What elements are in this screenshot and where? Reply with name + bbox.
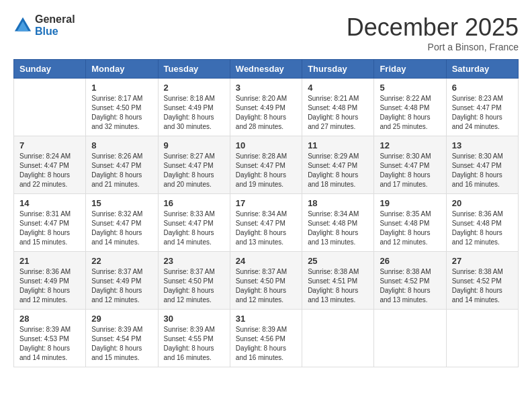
calendar-cell: 8Sunrise: 8:26 AMSunset: 4:47 PMDaylight… — [86, 136, 158, 194]
day-number: 11 — [308, 140, 368, 150]
day-number: 22 — [91, 256, 152, 266]
day-number: 24 — [236, 256, 296, 266]
calendar-cell: 17Sunrise: 8:34 AMSunset: 4:47 PMDayligh… — [230, 194, 302, 252]
calendar-cell — [14, 79, 86, 136]
calendar-cell: 18Sunrise: 8:34 AMSunset: 4:48 PMDayligh… — [302, 194, 374, 252]
day-number: 31 — [236, 314, 296, 324]
cell-info: Sunrise: 8:28 AMSunset: 4:47 PMDaylight:… — [236, 152, 296, 189]
day-number: 5 — [380, 83, 440, 93]
logo-general: General — [35, 13, 75, 25]
location: Port a Binson, France — [347, 42, 519, 52]
calendar-cell: 24Sunrise: 8:37 AMSunset: 4:50 PMDayligh… — [230, 252, 302, 310]
cell-info: Sunrise: 8:39 AMSunset: 4:53 PMDaylight:… — [19, 325, 80, 363]
day-header-thursday: Thursday — [302, 60, 374, 79]
calendar-week-row: 28Sunrise: 8:39 AMSunset: 4:53 PMDayligh… — [14, 310, 519, 367]
calendar-cell — [374, 310, 446, 367]
calendar-cell: 5Sunrise: 8:22 AMSunset: 4:48 PMDaylight… — [374, 79, 446, 136]
calendar-cell: 9Sunrise: 8:27 AMSunset: 4:47 PMDaylight… — [158, 136, 230, 194]
day-number: 29 — [91, 314, 152, 324]
calendar-cell: 13Sunrise: 8:30 AMSunset: 4:47 PMDayligh… — [446, 136, 518, 194]
cell-info: Sunrise: 8:37 AMSunset: 4:49 PMDaylight:… — [91, 267, 152, 305]
calendar-cell: 19Sunrise: 8:35 AMSunset: 4:48 PMDayligh… — [374, 194, 446, 252]
cell-info: Sunrise: 8:27 AMSunset: 4:47 PMDaylight:… — [164, 152, 224, 189]
cell-info: Sunrise: 8:37 AMSunset: 4:50 PMDaylight:… — [164, 267, 224, 305]
cell-info: Sunrise: 8:29 AMSunset: 4:47 PMDaylight:… — [308, 152, 368, 189]
calendar-cell: 12Sunrise: 8:30 AMSunset: 4:47 PMDayligh… — [374, 136, 446, 194]
calendar-cell: 23Sunrise: 8:37 AMSunset: 4:50 PMDayligh… — [158, 252, 230, 310]
day-number: 6 — [452, 83, 513, 93]
logo: General Blue — [13, 13, 75, 38]
calendar-cell: 20Sunrise: 8:36 AMSunset: 4:48 PMDayligh… — [446, 194, 518, 252]
calendar-week-row: 14Sunrise: 8:31 AMSunset: 4:47 PMDayligh… — [14, 194, 519, 252]
cell-info: Sunrise: 8:17 AMSunset: 4:50 PMDaylight:… — [91, 94, 152, 132]
calendar-cell: 6Sunrise: 8:23 AMSunset: 4:47 PMDaylight… — [446, 79, 518, 136]
calendar-table: SundayMondayTuesdayWednesdayThursdayFrid… — [13, 59, 519, 367]
cell-info: Sunrise: 8:34 AMSunset: 4:47 PMDaylight:… — [236, 210, 296, 247]
calendar-cell: 31Sunrise: 8:39 AMSunset: 4:56 PMDayligh… — [230, 310, 302, 367]
day-number: 12 — [380, 140, 440, 150]
title-block: December 2025 Port a Binson, France — [347, 13, 519, 52]
calendar-cell: 15Sunrise: 8:32 AMSunset: 4:47 PMDayligh… — [86, 194, 158, 252]
calendar-cell: 28Sunrise: 8:39 AMSunset: 4:53 PMDayligh… — [14, 310, 86, 367]
cell-info: Sunrise: 8:36 AMSunset: 4:48 PMDaylight:… — [452, 210, 513, 247]
day-number: 10 — [236, 140, 296, 150]
calendar-cell: 4Sunrise: 8:21 AMSunset: 4:48 PMDaylight… — [302, 79, 374, 136]
calendar-week-row: 1Sunrise: 8:17 AMSunset: 4:50 PMDaylight… — [14, 79, 519, 136]
day-number: 16 — [164, 198, 224, 208]
calendar-cell: 11Sunrise: 8:29 AMSunset: 4:47 PMDayligh… — [302, 136, 374, 194]
calendar-cell — [302, 310, 374, 367]
day-number: 18 — [308, 198, 368, 208]
day-number: 9 — [164, 140, 224, 150]
cell-info: Sunrise: 8:26 AMSunset: 4:47 PMDaylight:… — [91, 152, 152, 189]
cell-info: Sunrise: 8:30 AMSunset: 4:47 PMDaylight:… — [380, 152, 440, 189]
calendar-cell: 3Sunrise: 8:20 AMSunset: 4:49 PMDaylight… — [230, 79, 302, 136]
cell-info: Sunrise: 8:38 AMSunset: 4:52 PMDaylight:… — [452, 267, 513, 305]
cell-info: Sunrise: 8:38 AMSunset: 4:51 PMDaylight:… — [308, 267, 368, 305]
calendar-cell: 10Sunrise: 8:28 AMSunset: 4:47 PMDayligh… — [230, 136, 302, 194]
cell-info: Sunrise: 8:24 AMSunset: 4:47 PMDaylight:… — [19, 152, 80, 189]
day-number: 13 — [452, 140, 513, 150]
day-number: 25 — [308, 256, 368, 266]
calendar-week-row: 21Sunrise: 8:36 AMSunset: 4:49 PMDayligh… — [14, 252, 519, 310]
day-number: 14 — [19, 198, 80, 208]
calendar-cell: 29Sunrise: 8:39 AMSunset: 4:54 PMDayligh… — [86, 310, 158, 367]
day-number: 1 — [91, 83, 152, 93]
cell-info: Sunrise: 8:32 AMSunset: 4:47 PMDaylight:… — [91, 210, 152, 247]
cell-info: Sunrise: 8:36 AMSunset: 4:49 PMDaylight:… — [19, 267, 80, 305]
cell-info: Sunrise: 8:39 AMSunset: 4:54 PMDaylight:… — [91, 325, 152, 363]
day-header-friday: Friday — [374, 60, 446, 79]
day-number: 26 — [380, 256, 440, 266]
calendar-cell: 25Sunrise: 8:38 AMSunset: 4:51 PMDayligh… — [302, 252, 374, 310]
day-number: 8 — [91, 140, 152, 150]
day-number: 21 — [19, 256, 80, 266]
calendar-cell: 27Sunrise: 8:38 AMSunset: 4:52 PMDayligh… — [446, 252, 518, 310]
day-header-sunday: Sunday — [14, 60, 86, 79]
logo-text: General Blue — [35, 13, 75, 38]
calendar-cell: 21Sunrise: 8:36 AMSunset: 4:49 PMDayligh… — [14, 252, 86, 310]
cell-info: Sunrise: 8:38 AMSunset: 4:52 PMDaylight:… — [380, 267, 440, 305]
cell-info: Sunrise: 8:22 AMSunset: 4:48 PMDaylight:… — [380, 94, 440, 132]
day-header-wednesday: Wednesday — [230, 60, 302, 79]
day-header-tuesday: Tuesday — [158, 60, 230, 79]
cell-info: Sunrise: 8:34 AMSunset: 4:48 PMDaylight:… — [308, 210, 368, 247]
day-number: 3 — [236, 83, 296, 93]
cell-info: Sunrise: 8:30 AMSunset: 4:47 PMDaylight:… — [452, 152, 513, 189]
cell-info: Sunrise: 8:35 AMSunset: 4:48 PMDaylight:… — [380, 210, 440, 247]
day-number: 2 — [164, 83, 224, 93]
day-number: 27 — [452, 256, 513, 266]
day-number: 28 — [19, 314, 80, 324]
day-number: 20 — [452, 198, 513, 208]
calendar-cell: 1Sunrise: 8:17 AMSunset: 4:50 PMDaylight… — [86, 79, 158, 136]
calendar-cell — [446, 310, 518, 367]
day-header-monday: Monday — [86, 60, 158, 79]
calendar-cell: 2Sunrise: 8:18 AMSunset: 4:49 PMDaylight… — [158, 79, 230, 136]
logo-icon — [13, 16, 32, 35]
logo-blue: Blue — [35, 26, 58, 37]
day-number: 30 — [164, 314, 224, 324]
calendar-cell: 14Sunrise: 8:31 AMSunset: 4:47 PMDayligh… — [14, 194, 86, 252]
cell-info: Sunrise: 8:20 AMSunset: 4:49 PMDaylight:… — [236, 94, 296, 132]
calendar-header-row: SundayMondayTuesdayWednesdayThursdayFrid… — [14, 60, 519, 79]
cell-info: Sunrise: 8:18 AMSunset: 4:49 PMDaylight:… — [164, 94, 224, 132]
day-number: 4 — [308, 83, 368, 93]
cell-info: Sunrise: 8:23 AMSunset: 4:47 PMDaylight:… — [452, 94, 513, 132]
